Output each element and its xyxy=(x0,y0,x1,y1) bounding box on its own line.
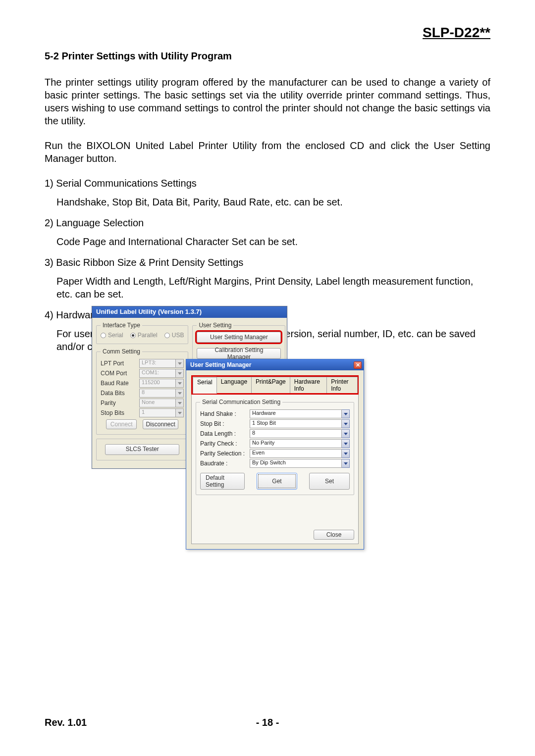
tab-content: Serial Communication Setting Hand Shake … xyxy=(191,394,359,544)
stop-bit-label: Stop Bit : xyxy=(200,420,250,427)
radio-icon xyxy=(101,333,106,338)
parity-selection-select[interactable]: Even xyxy=(250,449,350,458)
dropdown-icon xyxy=(342,429,350,438)
dropdown-icon xyxy=(176,408,184,417)
stop-bits-label: Stop Bits xyxy=(101,409,139,416)
item-3-body: Paper Width and Length, Left/Right Margi… xyxy=(56,275,490,301)
tab-printer-info[interactable]: Printer Info xyxy=(326,377,358,393)
user-setting-manager-dialog: User Setting Manager ✕ Serial Language P… xyxy=(186,359,364,550)
item-3-title: 3) Basic Ribbon Size & Print Density Set… xyxy=(45,256,490,269)
user-setting-legend: User Setting xyxy=(197,322,233,329)
user-setting-manager-button[interactable]: User Setting Manager xyxy=(197,332,281,343)
dialog-tabs: Serial Language Print&Page Hardware Info… xyxy=(191,375,359,395)
slcs-tester-button[interactable]: SLCS Tester xyxy=(105,444,179,455)
data-length-select[interactable]: 8 xyxy=(250,429,350,438)
doc-title: SLP-D22** xyxy=(423,25,490,41)
lpt-port-label: LPT Port xyxy=(101,360,139,367)
item-1-title: 1) Serial Communications Settings xyxy=(45,177,490,190)
item-2-title: 2) Language Selection xyxy=(45,216,490,229)
calibration-setting-manager-button[interactable]: Calibration Setting Manager xyxy=(197,348,281,359)
connect-button[interactable]: Connect xyxy=(106,419,137,429)
interface-type-legend: Interface Type xyxy=(101,322,142,329)
dropdown-icon xyxy=(342,409,350,418)
parity-check-label: Parity Check : xyxy=(200,440,250,447)
radio-label: Parallel xyxy=(138,332,158,339)
select-value: LPT3: xyxy=(139,359,176,368)
radio-icon xyxy=(164,333,170,338)
tab-language[interactable]: Language xyxy=(216,377,252,393)
dropdown-icon xyxy=(176,369,184,378)
lpt-port-select[interactable]: LPT3: xyxy=(139,359,184,368)
dropdown-icon xyxy=(176,389,184,398)
radio-serial[interactable]: Serial xyxy=(101,332,123,339)
select-value: By Dip Switch xyxy=(250,459,342,468)
baudrate-label: Baudrate : xyxy=(200,460,250,467)
baudrate-select[interactable]: By Dip Switch xyxy=(250,459,350,468)
parity-label: Parity xyxy=(101,400,139,406)
radio-parallel[interactable]: Parallel xyxy=(130,332,158,339)
baud-rate-select[interactable]: 115200 xyxy=(139,379,184,388)
handshake-select[interactable]: Hardware xyxy=(250,409,350,418)
dialog-title-text: User Setting Manager xyxy=(190,361,251,368)
user-setting-group: User Setting User Setting Manager Calibr… xyxy=(192,322,285,364)
app-screenshot-area: Unified Label Utility (Version 1.3.7) In… xyxy=(92,306,369,469)
tab-print-page[interactable]: Print&Page xyxy=(251,377,290,393)
get-button[interactable]: Get xyxy=(257,473,297,490)
disconnect-button[interactable]: Disconnect xyxy=(143,419,178,429)
utility-window-titlebar: Unified Label Utility (Version 1.3.7) xyxy=(92,306,287,318)
data-length-label: Data Length : xyxy=(200,430,250,437)
dropdown-icon xyxy=(342,449,350,458)
baud-rate-label: Baud Rate xyxy=(101,380,139,387)
item-1-body: Handshake, Stop Bit, Data Bit, Parity, B… xyxy=(56,196,490,208)
intro-paragraph-2: Run the BIXOLON United Label Printer Uti… xyxy=(45,139,490,165)
tab-hardware-info[interactable]: Hardware Info xyxy=(290,377,327,393)
dropdown-icon xyxy=(176,399,184,407)
stop-bit-select[interactable]: 1 Stop Bit xyxy=(250,419,350,428)
section-heading: 5-2 Printer Settings with Utility Progra… xyxy=(45,50,490,62)
default-setting-button[interactable]: Default Setting xyxy=(200,473,245,490)
select-value: 1 Stop Bit xyxy=(250,419,342,428)
stop-bits-select[interactable]: 1 xyxy=(139,408,184,417)
comm-setting-legend: Comm Setting xyxy=(101,348,142,355)
dialog-titlebar: User Setting Manager ✕ xyxy=(186,359,364,370)
intro-paragraph-1: The printer settings utility program off… xyxy=(45,76,490,127)
select-value: 1 xyxy=(139,408,176,417)
set-button[interactable]: Set xyxy=(309,473,350,490)
tab-serial[interactable]: Serial xyxy=(193,377,217,394)
dropdown-icon xyxy=(342,439,350,448)
parity-select[interactable]: None xyxy=(139,399,184,407)
data-bits-label: Data Bits xyxy=(101,390,139,397)
slcs-tester-group: SLCS Tester xyxy=(96,439,188,460)
radio-usb[interactable]: USB xyxy=(164,332,184,339)
handshake-label: Hand Shake : xyxy=(200,410,250,417)
select-value: 115200 xyxy=(139,379,176,388)
comm-setting-group: Comm Setting LPT Port LPT3: COM Port COM… xyxy=(96,348,188,435)
serial-comm-setting-legend: Serial Communication Setting xyxy=(200,399,282,405)
select-value: COM1: xyxy=(139,369,176,378)
dropdown-icon xyxy=(342,459,350,468)
dropdown-icon xyxy=(176,359,184,368)
close-icon[interactable]: ✕ xyxy=(354,361,362,369)
footer-page-number: - 18 - xyxy=(0,717,535,728)
com-port-label: COM Port xyxy=(101,370,139,377)
dialog-close-button[interactable]: Close xyxy=(314,530,354,540)
interface-type-group: Interface Type Serial Parallel USB xyxy=(96,322,188,344)
parity-check-select[interactable]: No Parity xyxy=(250,439,350,448)
radio-label: Serial xyxy=(108,332,123,339)
select-value: Hardware xyxy=(250,409,342,418)
item-2-body: Code Page and International Character Se… xyxy=(56,235,490,248)
select-value: No Parity xyxy=(250,439,342,448)
dropdown-icon xyxy=(342,419,350,428)
select-value: Even xyxy=(250,449,342,458)
parity-selection-label: Parity Selection : xyxy=(200,450,250,457)
radio-label: USB xyxy=(172,332,184,339)
select-value: None xyxy=(139,399,176,407)
select-value: 8 xyxy=(139,389,176,398)
select-value: 8 xyxy=(250,429,342,438)
dropdown-icon xyxy=(176,379,184,388)
serial-comm-setting-group: Serial Communication Setting Hand Shake … xyxy=(196,399,354,495)
com-port-select[interactable]: COM1: xyxy=(139,369,184,378)
radio-icon xyxy=(130,333,136,338)
data-bits-select[interactable]: 8 xyxy=(139,389,184,398)
